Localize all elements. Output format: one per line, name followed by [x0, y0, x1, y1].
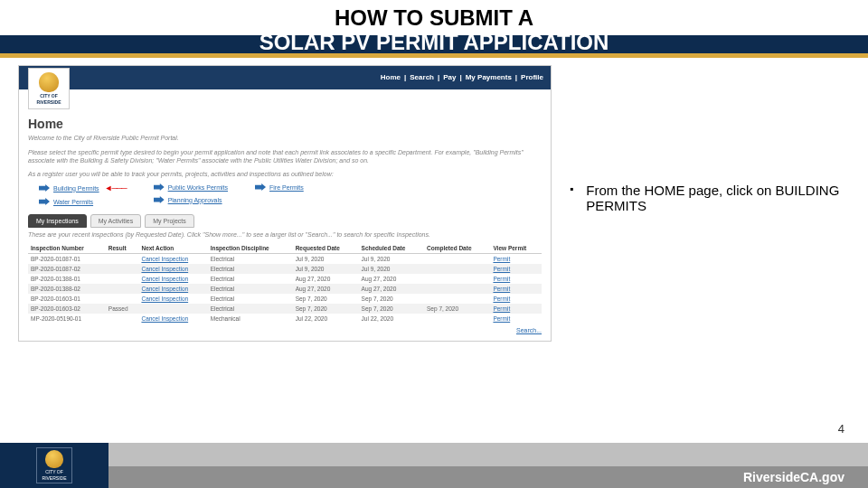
instruction: ▪ From the HOME page, click on BUILDING … — [570, 183, 850, 213]
tabs: My Inspections My Activities My Projects — [28, 214, 542, 228]
link-public-works-permits[interactable]: Public Works Permits — [154, 183, 228, 191]
link-building-permits[interactable]: Building Permits ◄─── — [39, 183, 127, 192]
desc-1: Please select the specific permit type d… — [28, 148, 542, 164]
cancel-inspection-link[interactable]: Cancel Inspection — [141, 276, 188, 282]
column-header: Scheduled Date — [359, 243, 424, 254]
cancel-inspection-link[interactable]: Cancel Inspection — [141, 256, 188, 262]
permit-link[interactable]: Permit — [493, 266, 510, 272]
permit-link[interactable]: Permit — [493, 296, 510, 302]
nav-profile[interactable]: Profile — [521, 73, 543, 81]
page-number: 4 — [838, 422, 844, 436]
tab-my-inspections[interactable]: My Inspections — [28, 214, 87, 228]
footer: CITY OF RIVERSIDE RiversideCA.gov — [0, 443, 868, 488]
cancel-inspection-link[interactable]: Cancel Inspection — [141, 296, 188, 302]
column-header: Next Action — [138, 243, 207, 254]
table-row: MP-2020-05190-01Cancel InspectionMechani… — [28, 314, 542, 324]
nav-pay[interactable]: Pay — [443, 73, 456, 81]
column-header: Requested Date — [293, 243, 359, 254]
tab-description: These are your recent inspections (by Re… — [28, 231, 542, 238]
logo-city: CITY OF — [40, 93, 58, 99]
table-row: BP-2020-01603-01Cancel InspectionElectri… — [28, 294, 542, 304]
search-link[interactable]: Search... — [516, 327, 542, 333]
welcome-text: Welcome to the City of Riverside Public … — [28, 135, 542, 141]
bell-icon — [45, 450, 63, 468]
nav-home[interactable]: Home — [381, 73, 401, 81]
arrow-right-icon — [154, 196, 165, 203]
inspections-table: Inspection NumberResultNext ActionInspec… — [28, 243, 542, 324]
table-row: BP-2020-01087-01Cancel InspectionElectri… — [28, 254, 542, 265]
footer-logo: CITY OF RIVERSIDE — [36, 447, 72, 483]
desc-2: As a register user you will be able to t… — [28, 170, 542, 178]
tab-my-projects[interactable]: My Projects — [145, 214, 194, 228]
column-header: Result — [106, 243, 139, 254]
permit-link[interactable]: Permit — [493, 256, 510, 262]
logo-text: RIVERSIDE — [37, 99, 61, 105]
page-heading: Home — [28, 117, 542, 131]
arrow-right-icon — [255, 183, 266, 191]
table-row: BP-2020-01087-02Cancel InspectionElectri… — [28, 264, 542, 274]
column-header: View Permit — [490, 243, 542, 254]
footer-url: RiversideCA.gov — [108, 466, 868, 488]
arrow-right-icon — [154, 183, 165, 191]
tab-my-activities[interactable]: My Activities — [90, 214, 142, 228]
portal-screenshot: CITY OF RIVERSIDE Home | Search | Pay | … — [18, 65, 552, 342]
slide-title-line2: SOLAR PV PERMIT APPLICATION — [0, 30, 868, 56]
instruction-text: From the HOME page, click on BUILDING PE… — [586, 183, 850, 213]
table-row: BP-2020-01388-02Cancel InspectionElectri… — [28, 284, 542, 294]
navy-band: SOLAR PV PERMIT APPLICATION — [0, 35, 868, 53]
link-fire-permits[interactable]: Fire Permits — [255, 183, 304, 191]
red-arrow-icon: ◄─── — [105, 183, 127, 192]
cancel-inspection-link[interactable]: Cancel Inspection — [141, 266, 188, 272]
bullet-icon: ▪ — [570, 183, 573, 213]
column-header: Inspection Discipline — [208, 243, 293, 254]
arrow-right-icon — [39, 198, 50, 205]
link-planning-approvals[interactable]: Planning Approvals — [154, 196, 228, 203]
permit-link[interactable]: Permit — [493, 276, 510, 282]
permit-links: Building Permits ◄─── Water Permits Publ… — [39, 183, 542, 205]
bell-icon — [39, 72, 59, 92]
column-header: Inspection Number — [28, 243, 106, 254]
cancel-inspection-link[interactable]: Cancel Inspection — [141, 286, 188, 292]
table-row: BP-2020-01388-01Cancel InspectionElectri… — [28, 274, 542, 284]
arrow-right-icon — [39, 184, 50, 192]
nav-search[interactable]: Search — [410, 73, 434, 81]
table-row: BP-2020-01603-02PassedElectricalSep 7, 2… — [28, 304, 542, 314]
permit-link[interactable]: Permit — [493, 286, 510, 292]
column-header: Completed Date — [424, 243, 490, 254]
permit-link[interactable]: Permit — [493, 315, 510, 322]
portal-nav: Home | Search | Pay | My Payments | Prof… — [19, 66, 551, 89]
nav-mypayments[interactable]: My Payments — [466, 73, 512, 81]
cancel-inspection-link[interactable]: Cancel Inspection — [141, 315, 188, 322]
permit-link[interactable]: Permit — [493, 305, 510, 312]
link-water-permits[interactable]: Water Permits — [39, 198, 127, 205]
portal-logo: CITY OF RIVERSIDE — [28, 68, 70, 109]
